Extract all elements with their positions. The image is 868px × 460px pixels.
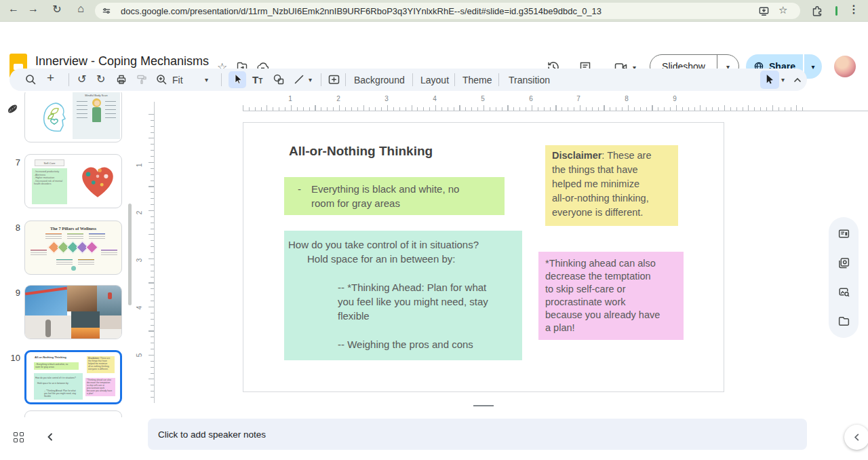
thumb7-list: Increased productivity Alertness Higher … xyxy=(32,168,67,204)
photo-jump-rope xyxy=(25,315,71,339)
undo-icon[interactable]: ↺ xyxy=(77,73,86,85)
photo-ballet xyxy=(100,315,122,329)
toolbar-divider xyxy=(454,73,455,86)
folder-panel-icon[interactable] xyxy=(837,315,850,328)
toolbar-divider xyxy=(345,73,346,86)
photo-hiking xyxy=(97,286,122,315)
save-to-device-icon[interactable] xyxy=(758,5,770,17)
pointer-dropdown-icon[interactable]: ▾ xyxy=(781,76,785,83)
sync-status-indicator xyxy=(835,6,837,16)
mind-head-illustration xyxy=(37,97,68,134)
redo-icon[interactable]: ↻ xyxy=(96,73,105,85)
teal-line-2: Hold space for an in between by: xyxy=(307,252,522,266)
share-dropdown[interactable]: ▾ xyxy=(804,54,822,79)
toolbar-divider xyxy=(498,73,499,86)
extensions-puzzle-icon[interactable] xyxy=(811,5,823,17)
speaker-notes[interactable]: Click to add speaker notes xyxy=(148,419,807,450)
document-title[interactable]: Innerview - Coping Mechanisms xyxy=(35,54,209,69)
photo-cycling xyxy=(67,286,97,311)
slide-thumbnail-8[interactable]: The 7 Pillars of Wellness xyxy=(24,221,122,275)
slide-filmstrip: Mindful Body Scan 7 Self-Care Increased … xyxy=(0,92,137,417)
show-side-panel-button[interactable] xyxy=(844,425,868,450)
layout-button[interactable]: Layout xyxy=(420,75,449,85)
collapse-filmstrip-icon[interactable] xyxy=(45,432,56,442)
slide-thumbnail-10-selected[interactable]: All-or-Nothing Thinking - Everything is … xyxy=(24,350,122,404)
search-menus-icon[interactable] xyxy=(24,73,37,85)
girl-face xyxy=(94,100,100,106)
slide-thumbnail-11-partial[interactable] xyxy=(24,410,122,417)
photos-panel-icon[interactable] xyxy=(837,256,850,269)
slide-thumbnail-9[interactable] xyxy=(24,285,122,339)
thumb7-title: Self-Care xyxy=(35,159,64,166)
address-bar[interactable]: docs.google.com/presentation/d/11rm_NzbU… xyxy=(95,3,800,19)
url-text[interactable]: docs.google.com/presentation/d/11rm_NzbU… xyxy=(121,6,601,16)
select-tool-icon[interactable] xyxy=(232,73,243,85)
line-tool-dropdown-icon[interactable]: ▾ xyxy=(309,76,312,83)
photo-boxing xyxy=(71,311,100,328)
mini-slide-title: All-or-Nothing Thinking xyxy=(35,356,66,359)
browser-chrome: ← → ↻ ⌂ docs.google.com/presentation/d/1… xyxy=(0,0,868,22)
browser-forward-icon[interactable]: → xyxy=(26,3,41,15)
browser-menu-icon[interactable]: ⋮ xyxy=(846,3,861,16)
label-lines-right xyxy=(105,101,116,119)
pink-box-text: *Thinking ahead can also decrease the te… xyxy=(545,258,660,333)
slide-number-10: 10 xyxy=(3,353,20,363)
pillar-label xyxy=(89,233,105,239)
image-search-panel-icon[interactable] xyxy=(837,286,850,299)
site-settings-icon[interactable] xyxy=(102,6,111,16)
zoom-in-icon[interactable] xyxy=(155,73,167,85)
user-avatar[interactable] xyxy=(834,56,856,77)
templates-panel-icon[interactable] xyxy=(837,227,850,240)
filmstrip-scrollbar[interactable] xyxy=(128,204,132,305)
green-text-box[interactable]: - Everything is black and white, no room… xyxy=(284,177,505,215)
photo-yoga xyxy=(100,329,122,339)
spiral-icon xyxy=(5,102,20,116)
zoom-select[interactable]: Fit xyxy=(172,75,183,85)
body-scan-image: Mindful Body Scan xyxy=(73,92,120,139)
insert-comment-icon[interactable] xyxy=(328,73,340,86)
browser-reload-icon[interactable]: ↻ xyxy=(50,3,64,16)
teal-text-box[interactable]: How do you take control of it in situati… xyxy=(284,231,522,360)
side-panel xyxy=(829,217,859,338)
transition-button[interactable]: Transition xyxy=(509,75,550,85)
toolbar-divider xyxy=(221,73,222,86)
zoom-dropdown-icon[interactable]: ▾ xyxy=(205,76,208,83)
slide-canvas[interactable]: All-or-Nothing Thinking - Everything is … xyxy=(243,122,724,392)
teal-line-1: How do you take control of it in situati… xyxy=(288,237,522,252)
disclaimer-text-box[interactable]: Disclaimer: These are the things that ha… xyxy=(545,145,678,226)
teal-paragraph-2: -- Weighing the pros and cons xyxy=(338,337,518,351)
grid-view-icon[interactable] xyxy=(14,432,24,443)
paint-format-icon[interactable] xyxy=(136,73,148,85)
theme-button[interactable]: Theme xyxy=(462,75,492,85)
new-slide-icon[interactable]: + xyxy=(47,71,54,85)
pen-pointer-tool-icon[interactable] xyxy=(764,73,775,85)
notes-resize-handle[interactable] xyxy=(473,405,494,406)
mini-yellow-box: Disclaimer: These are the things that ha… xyxy=(87,356,115,373)
line-tool-icon[interactable] xyxy=(293,73,305,85)
print-icon[interactable] xyxy=(115,73,127,85)
bullet-dash: - xyxy=(298,182,311,215)
pink-text-box[interactable]: *Thinking ahead can also decrease the te… xyxy=(538,252,684,340)
pillar-label xyxy=(56,259,73,265)
browser-home-icon[interactable]: ⌂ xyxy=(73,3,88,15)
slide-number-8: 8 xyxy=(3,223,20,233)
chevron-left-icon xyxy=(852,432,862,442)
text-box-tool-icon[interactable]: TT xyxy=(252,74,262,85)
collapse-toolbar-icon[interactable] xyxy=(793,75,802,85)
teal-paragraph-1: -- *Thinking Ahead: Plan for what you fe… xyxy=(338,280,518,323)
slide-thumbnail-7[interactable]: Self-Care Increased productivity Alertne… xyxy=(24,154,122,208)
browser-back-icon[interactable]: ← xyxy=(6,3,21,15)
label-lines-left xyxy=(77,101,87,119)
background-button[interactable]: Background xyxy=(354,75,405,85)
pillar-label xyxy=(78,259,94,265)
slide-thumbnail-6[interactable]: Mindful Body Scan xyxy=(24,92,122,142)
bookmark-star-icon[interactable]: ☆ xyxy=(778,4,787,16)
thumb8-title: The 7 Pillars of Wellness xyxy=(25,226,121,231)
green-box-text: Everything is black and white, no room f… xyxy=(311,182,493,215)
body-scan-caption: Mindful Body Scan xyxy=(73,94,120,97)
pillar-label xyxy=(67,233,83,239)
shape-tool-icon[interactable] xyxy=(273,73,285,85)
slide-title-text[interactable]: All-or-Nothing Thinking xyxy=(289,144,433,159)
photo-swimming xyxy=(25,286,67,315)
google-slides-app: { "browser": { "url": "docs.google.com/p… xyxy=(0,0,868,460)
